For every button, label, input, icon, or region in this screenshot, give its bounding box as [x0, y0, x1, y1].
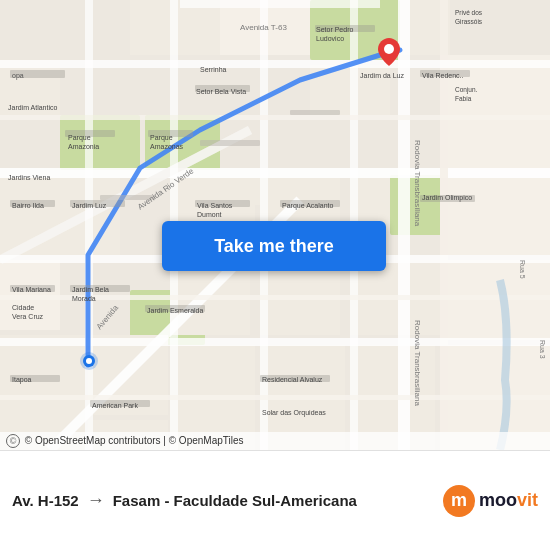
- svg-text:Rodovia Transbrasíliana: Rodovia Transbrasíliana: [413, 140, 422, 227]
- svg-text:Setor Pedro: Setor Pedro: [316, 26, 353, 33]
- svg-text:Parque: Parque: [150, 134, 173, 142]
- svg-rect-42: [0, 60, 550, 68]
- svg-rect-21: [440, 175, 550, 255]
- origin-marker: [80, 352, 98, 370]
- svg-text:Fabia: Fabia: [455, 95, 472, 102]
- svg-text:Jardim Bela: Jardim Bela: [72, 286, 109, 293]
- svg-rect-41: [0, 338, 550, 346]
- svg-text:Itapoa: Itapoa: [12, 376, 32, 384]
- moovit-brand-highlight: vit: [517, 490, 538, 510]
- copyright-icon: ©: [6, 434, 20, 448]
- svg-text:Vila Santos: Vila Santos: [197, 202, 233, 209]
- moovit-icon: m: [443, 485, 475, 517]
- map-attribution: © © OpenStreetMap contributors | © OpenM…: [0, 432, 550, 450]
- svg-text:American Park: American Park: [92, 402, 138, 409]
- svg-rect-47: [0, 115, 550, 120]
- svg-text:Amazonia: Amazonia: [68, 143, 99, 150]
- svg-text:Vila Redenc..: Vila Redenc..: [422, 72, 464, 79]
- moovit-logo: m moovit: [443, 485, 538, 517]
- map-container: opa Parque Amazonia Parque Amazonas Seto…: [0, 0, 550, 450]
- svg-text:Vera Cruz: Vera Cruz: [12, 313, 44, 320]
- take-me-there-button[interactable]: Take me there: [162, 221, 386, 271]
- svg-text:Jardim da Luz: Jardim da Luz: [360, 72, 404, 79]
- attribution-text: © OpenStreetMap contributors | © OpenMap…: [25, 435, 244, 446]
- moovit-initial: m: [451, 490, 467, 511]
- svg-text:Girassóis: Girassóis: [455, 18, 483, 25]
- svg-text:Jardins Viena: Jardins Viena: [8, 174, 50, 181]
- destination-marker: [378, 38, 400, 66]
- svg-text:Parque Acalanto: Parque Acalanto: [282, 202, 333, 210]
- svg-rect-53: [290, 110, 340, 115]
- svg-rect-43: [85, 0, 93, 450]
- svg-text:Bairro Ilda: Bairro Ilda: [12, 202, 44, 209]
- svg-text:Jardim Atlantico: Jardim Atlantico: [8, 104, 58, 111]
- svg-text:Avenida T-63: Avenida T-63: [240, 23, 287, 32]
- route-info: Av. H-152 → Fasam - Faculdade Sul-Americ…: [12, 490, 433, 511]
- svg-text:Amazonas: Amazonas: [150, 143, 184, 150]
- svg-text:Parque: Parque: [68, 134, 91, 142]
- svg-point-111: [384, 44, 394, 54]
- svg-text:Privé dos: Privé dos: [455, 9, 483, 16]
- svg-text:Setor Bela Vista: Setor Bela Vista: [196, 88, 246, 95]
- footer-bar: Av. H-152 → Fasam - Faculdade Sul-Americ…: [0, 450, 550, 550]
- svg-rect-49: [0, 395, 550, 400]
- svg-text:Residencial Alvaluz: Residencial Alvaluz: [262, 376, 323, 383]
- svg-text:opa: opa: [12, 72, 24, 80]
- moovit-brand-text: moovit: [479, 490, 538, 511]
- route-arrow: →: [87, 490, 105, 511]
- svg-text:Serrinha: Serrinha: [200, 66, 227, 73]
- svg-text:Jardim Luz: Jardim Luz: [72, 202, 107, 209]
- svg-text:Rua 5: Rua 5: [519, 260, 526, 279]
- route-from: Av. H-152: [12, 492, 79, 509]
- svg-text:Morada: Morada: [72, 295, 96, 302]
- svg-rect-51: [200, 140, 260, 146]
- svg-text:Jardim Esmeralda: Jardim Esmeralda: [147, 307, 204, 314]
- svg-text:Rua 3: Rua 3: [539, 340, 546, 359]
- svg-text:Cidade: Cidade: [12, 304, 34, 311]
- svg-rect-34: [0, 168, 550, 178]
- svg-text:Vila Mariana: Vila Mariana: [12, 286, 51, 293]
- svg-rect-33: [0, 0, 130, 60]
- svg-rect-50: [180, 0, 380, 8]
- svg-text:Rodovia Transbrasiliana: Rodovia Transbrasiliana: [413, 320, 422, 406]
- svg-text:Solar das Orquideas: Solar das Orquideas: [262, 409, 326, 417]
- route-to: Fasam - Faculdade Sul-Americana: [113, 492, 357, 509]
- svg-text:Ludovico: Ludovico: [316, 35, 344, 42]
- svg-text:Dumont: Dumont: [197, 211, 222, 218]
- svg-point-114: [86, 358, 92, 364]
- svg-text:Jardim Olimpico: Jardim Olimpico: [422, 194, 472, 202]
- svg-text:Conjun.: Conjun.: [455, 86, 478, 94]
